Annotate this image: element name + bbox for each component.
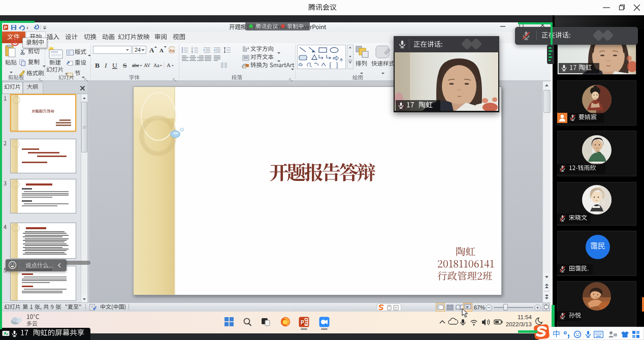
svg-text:A: A (149, 46, 154, 54)
svg-text:S: S (123, 61, 127, 69)
svg-text:P: P (4, 25, 7, 30)
svg-text:I: I (104, 61, 108, 69)
svg-text:P: P (301, 319, 304, 325)
svg-text:3: 3 (191, 51, 193, 53)
svg-text:A: A (167, 62, 171, 68)
svg-text:A: A (159, 47, 164, 53)
svg-text:U: U (112, 61, 117, 69)
svg-text:abe: abe (132, 63, 139, 68)
svg-text:B: B (95, 61, 100, 69)
svg-text:Aa: Aa (170, 48, 175, 53)
svg-text:Aa: Aa (153, 63, 159, 68)
svg-text:AV: AV (144, 63, 151, 68)
